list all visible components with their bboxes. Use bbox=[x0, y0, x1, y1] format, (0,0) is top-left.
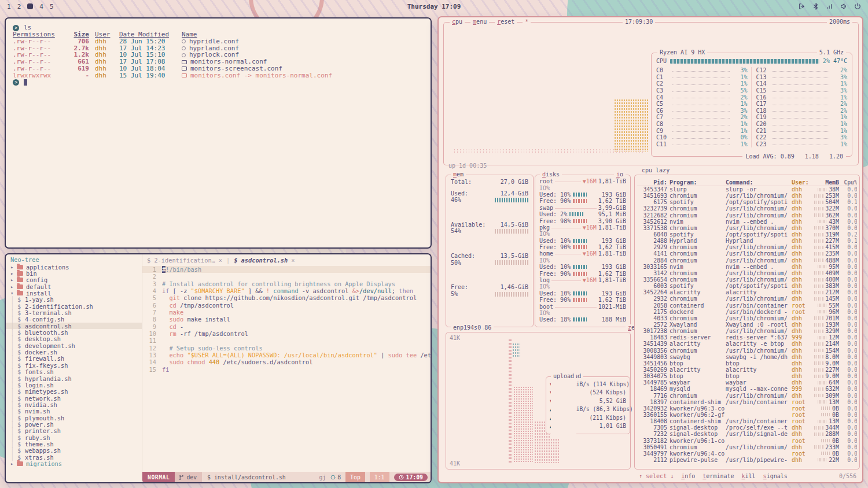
process-row[interactable]: 3017238chromium/usr/lib/chromium/dhh329M… bbox=[637, 328, 857, 334]
footer-signals[interactable]: signals bbox=[763, 473, 788, 479]
code-line[interactable]: 14 sudo chmod 440 /etc/sudoers.d/asdcont… bbox=[142, 358, 431, 365]
disks-box-label[interactable]: disks bbox=[540, 171, 562, 178]
tree-file-desktop.sh[interactable]: │$desktop.sh bbox=[10, 336, 142, 342]
tree-file-2-identification.sh[interactable]: │$2-identification.sh bbox=[10, 303, 142, 309]
tree-file-docker.sh[interactable]: │$docker.sh bbox=[10, 349, 142, 355]
tree-file-ruby.sh[interactable]: │$ruby.sh bbox=[10, 434, 142, 441]
cpu-box-label[interactable]: cpu bbox=[450, 19, 465, 25]
process-row[interactable]: 3452612nvimnvim --embed .dhh43M0.0 bbox=[637, 219, 857, 225]
tree-file-power.sh[interactable]: │$power.sh bbox=[10, 421, 142, 427]
process-row[interactable]: 18408containerd-shim/usr/bin/containerro… bbox=[637, 418, 857, 424]
tree-folder-bin[interactable]: ▸bin bbox=[10, 270, 142, 276]
process-row[interactable]: 7716chromium/usr/lib/chromium/dhh309M0.0 bbox=[637, 393, 857, 399]
footer-select[interactable]: ↑ select ↓ bbox=[639, 473, 674, 479]
proc-column-header[interactable]: Cpu% bbox=[841, 179, 857, 186]
process-row[interactable]: 3449785waybarwaybardhh64M0.0 bbox=[637, 379, 857, 386]
tree-file-fix-fkeys.sh[interactable]: │$fix-fkeys.sh bbox=[10, 362, 142, 368]
process-row[interactable]: 3212682chromium/usr/lib/chromium/dhh362M… bbox=[637, 212, 857, 219]
process-row[interactable]: 3034075btopbtopdhh9.0M0.0 bbox=[637, 373, 857, 379]
tree-file-nvidia.sh[interactable]: │$nvidia.sh bbox=[10, 401, 142, 408]
menu-button[interactable]: menu bbox=[470, 19, 489, 25]
code-line[interactable]: 6 cd /tmp/asdcontrol bbox=[142, 302, 431, 309]
process-row[interactable]: 2929chromium/usr/lib/chromium/dhh415M0.0 bbox=[637, 244, 857, 250]
tree-file-login.sh[interactable]: │$login.sh bbox=[10, 382, 142, 388]
process-row[interactable]: 3449797kworker/u96:4-coroot0B0.0 bbox=[637, 450, 857, 457]
process-row[interactable]: 3142chromium/usr/lib/chromium/dhh409M0.0 bbox=[637, 270, 857, 276]
tree-file-hyprlandia.sh[interactable]: │$hyprlandia.sh bbox=[10, 375, 142, 382]
tree-file-1-yay.sh[interactable]: │$1-yay.sh bbox=[10, 297, 142, 303]
tree-file-development.sh[interactable]: │$development.sh bbox=[10, 342, 142, 349]
tree-folder-applications[interactable]: ▸applications bbox=[10, 264, 142, 270]
proc-column-header[interactable]: Pid: bbox=[637, 179, 667, 186]
tree-folder-migrations[interactable]: ▸migrations bbox=[10, 460, 142, 467]
process-row[interactable]: 3453347slurpslurp -ordhh38M0.0 bbox=[637, 186, 857, 193]
terminal-window[interactable]: ls PermissionsSizeUserDate ModifiedName … bbox=[5, 17, 432, 249]
process-row[interactable]: 3050491chromium/usr/lib/chromium/dhh233M… bbox=[637, 444, 857, 450]
process-row[interactable]: 3452264alacrittyalacrittydhh212M0.0 bbox=[637, 289, 857, 295]
workspace-1[interactable]: 1 bbox=[7, 3, 11, 10]
code-line[interactable]: 9 cd - bbox=[142, 323, 431, 330]
process-row[interactable]: 2175dockerd/usr/bin/dockerd -root96M0.0 bbox=[637, 309, 857, 315]
proc-column-header[interactable]: User: bbox=[792, 179, 810, 186]
footer-info[interactable]: info bbox=[681, 473, 695, 479]
terminal-input-line[interactable] bbox=[13, 79, 424, 86]
close-icon[interactable]: × bbox=[291, 257, 295, 264]
tree-file-4-config.sh[interactable]: │$4-config.sh bbox=[10, 316, 142, 323]
logout-icon[interactable] bbox=[799, 3, 806, 10]
process-row[interactable]: 3451693chromium/usr/lib/chromium/dhh253M… bbox=[637, 193, 857, 199]
io-toggle[interactable]: io bbox=[614, 171, 626, 178]
sort-selector[interactable]: cpu lazy bbox=[639, 167, 672, 174]
tree-folder-default[interactable]: ▸default bbox=[10, 283, 142, 290]
tree-file-xtras.sh[interactable]: │$xtras.sh bbox=[10, 454, 142, 460]
reset-button[interactable]: reset bbox=[495, 19, 517, 25]
process-row[interactable]: 2932chromium/usr/lib/chromium/dhh145M0.0 bbox=[637, 295, 857, 302]
code-line[interactable]: 8 sudo make install bbox=[142, 316, 431, 323]
code-line[interactable]: 10 rm -rf /tmp/asdcontrol bbox=[142, 330, 431, 337]
process-row[interactable]: 2058containerd/usr/bin/containerroot55M0… bbox=[637, 302, 857, 309]
proc-column-header[interactable]: Command: bbox=[726, 179, 789, 186]
tree-file-plymouth.sh[interactable]: │$plymouth.sh bbox=[10, 415, 142, 421]
tree-file-fonts.sh[interactable]: │$fonts.sh bbox=[10, 369, 142, 375]
code-line[interactable]: 7 make bbox=[142, 309, 431, 316]
code-line[interactable]: 12 # Setup sudo-less controls bbox=[142, 345, 431, 352]
volume-icon[interactable] bbox=[840, 3, 847, 10]
tree-file-network.sh[interactable]: │$network.sh bbox=[10, 395, 142, 401]
process-row[interactable]: 18483redis-serverredis-server *:63799912… bbox=[637, 334, 857, 341]
code-line[interactable]: 5 git clone https://github.com/nikosdion… bbox=[142, 294, 431, 301]
workspace-5[interactable]: 5 bbox=[50, 3, 54, 10]
process-row[interactable]: 2572XwaylandXwayland :0 -rootldhh193M0.0 bbox=[637, 321, 857, 328]
tree-folder-config[interactable]: ▸config bbox=[10, 277, 142, 283]
footer-kill[interactable]: kill bbox=[742, 473, 756, 479]
process-row[interactable]: 2112pipewire-pulse/usr/lib/pipewire-dhh2… bbox=[637, 457, 857, 463]
process-row[interactable]: 2488HyprlandHyprlanddhh227M0.1 bbox=[637, 238, 857, 244]
proc-column-header[interactable]: Program: bbox=[670, 179, 723, 186]
process-row[interactable]: 3360155kworker/u96:2-gfroot0B0.0 bbox=[637, 412, 857, 418]
process-row[interactable]: 4141chromium/usr/lib/chromium/dhh235M0.0 bbox=[637, 250, 857, 257]
tree-folder-install[interactable]: ▾install bbox=[10, 290, 142, 296]
process-row[interactable]: 2884chromium/usr/lib/chromium/dhh488M0.0 bbox=[637, 257, 857, 264]
bluetooth-icon[interactable] bbox=[812, 3, 819, 10]
network-icon[interactable] bbox=[826, 3, 833, 10]
process-row[interactable]: 3232739chromium/usr/lib/chromium/dhh322M… bbox=[637, 205, 857, 212]
process-row[interactable]: 3033165nvimnvim --embed .dhh95M0.0 bbox=[637, 264, 857, 270]
code-area[interactable]: 1#!/bin/bash23# Install asdcontrol for c… bbox=[142, 265, 431, 472]
process-row[interactable]: 18469mysqldmysqld --max-conne999632M0.0 bbox=[637, 386, 857, 392]
tree-file-nvim.sh[interactable]: │$nvim.sh bbox=[10, 408, 142, 415]
process-row[interactable]: 3371538chromium/usr/lib/chromium/dhh370M… bbox=[637, 225, 857, 231]
tree-file-theme.sh[interactable]: │$theme.sh bbox=[10, 441, 142, 447]
workspace-3[interactable] bbox=[27, 3, 33, 9]
mem-box-label[interactable]: mem bbox=[451, 171, 466, 178]
workspace-2[interactable]: 2 bbox=[17, 3, 21, 10]
code-line[interactable]: 15fi bbox=[142, 366, 431, 373]
process-row[interactable]: 3451456btopbtopdhh9.0M0.0 bbox=[637, 360, 857, 367]
footer-terminate[interactable]: terminate bbox=[703, 473, 734, 479]
tree-file-firewall.sh[interactable]: │$firewall.sh bbox=[10, 356, 142, 362]
tree-file-3-terminal.sh[interactable]: │$3-terminal.sh bbox=[10, 309, 142, 316]
process-row[interactable]: 18397containerd-shim/usr/bin/containerro… bbox=[637, 399, 857, 405]
proc-column-header[interactable]: MemB bbox=[812, 179, 839, 186]
process-row[interactable]: 3449803swaybgswaybg -i /home/dhdhh8.0M0.… bbox=[637, 354, 857, 360]
tree-file-mimetypes.sh[interactable]: │$mimetypes.sh bbox=[10, 389, 142, 395]
update-interval[interactable]: 2000ms bbox=[827, 19, 852, 25]
process-row[interactable]: 3451439alacrittyalacritty -e btopdhh214M… bbox=[637, 341, 857, 347]
process-row[interactable]: 3450269alacrittyalacrittydhh227M0.0 bbox=[637, 367, 857, 373]
